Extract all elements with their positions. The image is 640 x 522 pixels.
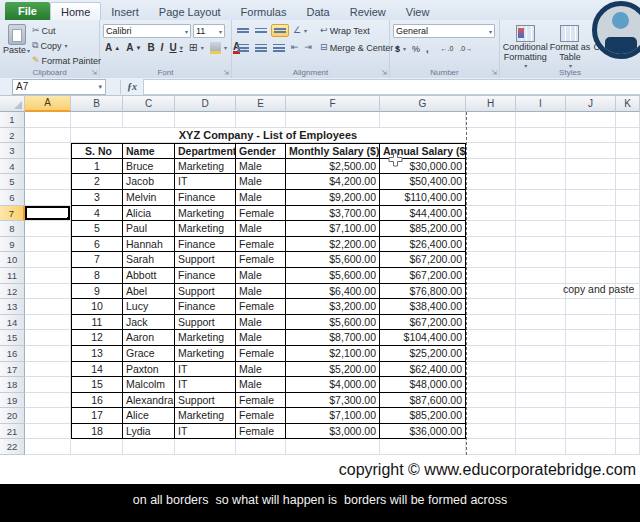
cell-D7[interactable]: Marketing bbox=[175, 206, 236, 222]
cell-G22[interactable] bbox=[380, 439, 466, 455]
tab-home[interactable]: Home bbox=[50, 2, 101, 20]
cell-G6[interactable]: $110,400.00 bbox=[380, 190, 466, 206]
cell-C4[interactable]: Bruce bbox=[123, 159, 175, 175]
cell-K20[interactable] bbox=[616, 408, 640, 424]
cell-A17[interactable] bbox=[25, 362, 71, 378]
row-header-12[interactable]: 12 bbox=[0, 284, 25, 300]
cell-B16[interactable]: 13 bbox=[71, 346, 123, 362]
format-as-table-button[interactable]: Format as Table bbox=[548, 25, 592, 70]
cell-D17[interactable]: IT bbox=[175, 362, 236, 378]
row-header-4[interactable]: 4 bbox=[0, 159, 25, 175]
cell-G16[interactable]: $25,200.00 bbox=[380, 346, 466, 362]
cell-E9[interactable]: Female bbox=[236, 237, 286, 253]
fill-color-button[interactable] bbox=[208, 41, 229, 54]
cell-A4[interactable] bbox=[25, 159, 71, 175]
cell-K19[interactable] bbox=[616, 393, 640, 409]
middle-align-button[interactable] bbox=[253, 24, 269, 37]
row-header-18[interactable]: 18 bbox=[0, 377, 25, 393]
cell-F1[interactable] bbox=[286, 112, 380, 128]
shrink-font-button[interactable]: A▼ bbox=[124, 41, 143, 54]
cell-H13[interactable] bbox=[466, 299, 516, 315]
cell-I18[interactable] bbox=[516, 377, 566, 393]
cell-J2[interactable] bbox=[566, 128, 616, 144]
cell-B17[interactable]: 14 bbox=[71, 362, 123, 378]
cell-G20[interactable]: $85,200.00 bbox=[380, 408, 466, 424]
row-header-2[interactable]: 2 bbox=[0, 128, 25, 144]
cell-A9[interactable] bbox=[25, 237, 71, 253]
cell-J17[interactable] bbox=[566, 362, 616, 378]
cell-H17[interactable] bbox=[466, 362, 516, 378]
cell-F4[interactable]: $2,500.00 bbox=[286, 159, 380, 175]
cell-E16[interactable]: Female bbox=[236, 346, 286, 362]
italic-button[interactable]: I bbox=[159, 41, 166, 54]
cell-K9[interactable] bbox=[616, 237, 640, 253]
tab-formulas[interactable]: Formulas bbox=[231, 3, 297, 20]
cell-G13[interactable]: $38,400.00 bbox=[380, 299, 466, 315]
cell-E7[interactable]: Female bbox=[236, 206, 286, 222]
cell-D19[interactable]: Support bbox=[175, 393, 236, 409]
cell-J13[interactable] bbox=[566, 299, 616, 315]
cell-D22[interactable] bbox=[175, 439, 236, 455]
cell-C14[interactable]: Jack bbox=[123, 315, 175, 331]
file-tab[interactable]: File bbox=[5, 2, 50, 20]
cell-J4[interactable] bbox=[566, 159, 616, 175]
cell-H8[interactable] bbox=[466, 221, 516, 237]
cell-H11[interactable] bbox=[466, 268, 516, 284]
cell-B14[interactable]: 11 bbox=[71, 315, 123, 331]
cell-D16[interactable]: Marketing bbox=[175, 346, 236, 362]
cell-J20[interactable] bbox=[566, 408, 616, 424]
table-header-E3[interactable]: Gender bbox=[236, 143, 286, 159]
cell-K6[interactable] bbox=[616, 190, 640, 206]
cell-D4[interactable]: Marketing bbox=[175, 159, 236, 175]
comma-style-button[interactable]: , bbox=[424, 42, 431, 55]
cell-E6[interactable]: Male bbox=[236, 190, 286, 206]
cell-K3[interactable] bbox=[616, 143, 640, 159]
tab-view[interactable]: View bbox=[396, 3, 440, 20]
cell-G21[interactable]: $36,000.00 bbox=[380, 424, 466, 440]
cell-D14[interactable]: Support bbox=[175, 315, 236, 331]
cell-I3[interactable] bbox=[516, 143, 566, 159]
cell-B4[interactable]: 1 bbox=[71, 159, 123, 175]
row-header-10[interactable]: 10 bbox=[0, 252, 25, 268]
cell-E19[interactable]: Female bbox=[236, 393, 286, 409]
cell-E22[interactable] bbox=[236, 439, 286, 455]
cell-E4[interactable]: Male bbox=[236, 159, 286, 175]
grow-font-button[interactable]: A▲ bbox=[103, 41, 122, 54]
column-header-E[interactable]: E bbox=[236, 96, 286, 112]
cell-B21[interactable]: 18 bbox=[71, 424, 123, 440]
cell-J22[interactable] bbox=[566, 439, 616, 455]
cell-D11[interactable]: Finance bbox=[175, 268, 236, 284]
cell-I5[interactable] bbox=[516, 174, 566, 190]
cell-E11[interactable]: Male bbox=[236, 268, 286, 284]
cell-J14[interactable] bbox=[566, 315, 616, 331]
cell-A22[interactable] bbox=[25, 439, 71, 455]
cell-K16[interactable] bbox=[616, 346, 640, 362]
row-header-17[interactable]: 17 bbox=[0, 362, 25, 378]
table-header-D3[interactable]: Department bbox=[175, 143, 236, 159]
cell-F7[interactable]: $3,700.00 bbox=[286, 206, 380, 222]
table-header-C3[interactable]: Name bbox=[123, 143, 175, 159]
cell-K15[interactable] bbox=[616, 330, 640, 346]
cell-C5[interactable]: Jacob bbox=[123, 174, 175, 190]
cell-F11[interactable]: $5,600.00 bbox=[286, 268, 380, 284]
cell-A16[interactable] bbox=[25, 346, 71, 362]
cell-I6[interactable] bbox=[516, 190, 566, 206]
row-header-9[interactable]: 9 bbox=[0, 237, 25, 253]
cell-E17[interactable]: Male bbox=[236, 362, 286, 378]
cell-D6[interactable]: Finance bbox=[175, 190, 236, 206]
cell-G9[interactable]: $26,400.00 bbox=[380, 237, 466, 253]
cell-C9[interactable]: Hannah bbox=[123, 237, 175, 253]
row-header-8[interactable]: 8 bbox=[0, 221, 25, 237]
cell-I20[interactable] bbox=[516, 408, 566, 424]
cell-D13[interactable]: Finance bbox=[175, 299, 236, 315]
cell-G8[interactable]: $85,200.00 bbox=[380, 221, 466, 237]
cell-I1[interactable] bbox=[516, 112, 566, 128]
cell-B6[interactable]: 3 bbox=[71, 190, 123, 206]
cell-B18[interactable]: 15 bbox=[71, 377, 123, 393]
row-header-5[interactable]: 5 bbox=[0, 174, 25, 190]
table-header-B3[interactable]: S. No bbox=[71, 143, 123, 159]
clipboard-dialog-launcher[interactable]: ⇲ bbox=[91, 69, 97, 77]
cell-J6[interactable] bbox=[566, 190, 616, 206]
paste-button[interactable]: Paste bbox=[3, 24, 30, 67]
cell-H22[interactable] bbox=[466, 439, 516, 455]
